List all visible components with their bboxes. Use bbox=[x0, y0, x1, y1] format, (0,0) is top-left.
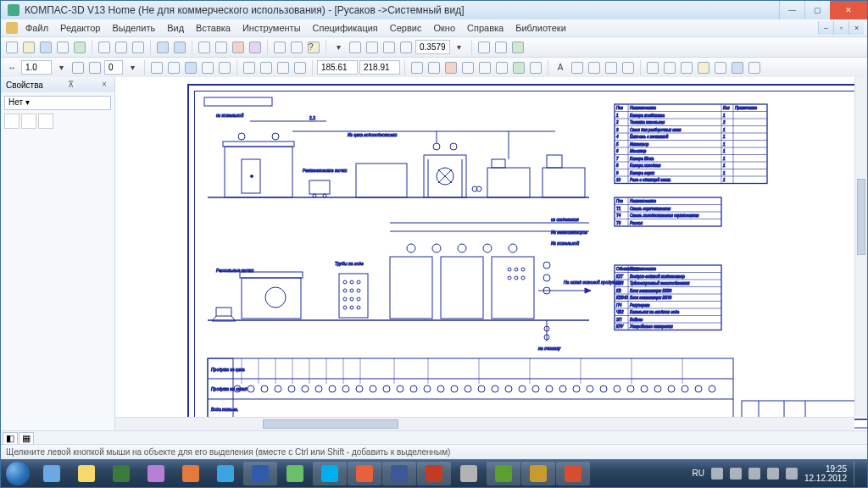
tool-button[interactable] bbox=[197, 40, 212, 55]
task-item[interactable] bbox=[556, 462, 590, 485]
cut-button[interactable] bbox=[97, 40, 112, 55]
menu-select[interactable]: Выделить bbox=[106, 21, 161, 35]
scrollbar-vertical[interactable] bbox=[854, 77, 867, 417]
new-button[interactable] bbox=[4, 40, 19, 55]
tray-icon[interactable] bbox=[767, 468, 779, 480]
text-button[interactable] bbox=[620, 60, 636, 75]
task-item[interactable] bbox=[521, 462, 555, 485]
tray-icon[interactable] bbox=[711, 468, 723, 480]
maximize-button[interactable]: ▢ bbox=[804, 1, 830, 19]
open-button[interactable] bbox=[21, 40, 36, 55]
start-button[interactable] bbox=[1, 459, 35, 487]
menu-window[interactable]: Окно bbox=[427, 21, 461, 35]
panel-tab[interactable] bbox=[4, 114, 19, 129]
text-button[interactable] bbox=[604, 60, 619, 75]
misc-button[interactable] bbox=[713, 60, 728, 75]
dim-button[interactable] bbox=[275, 60, 291, 75]
snap-button[interactable] bbox=[149, 60, 164, 75]
task-item[interactable] bbox=[209, 462, 242, 485]
draw-button[interactable] bbox=[477, 60, 492, 75]
menu-service[interactable]: Сервис bbox=[384, 21, 428, 35]
layer-button[interactable] bbox=[70, 60, 86, 75]
misc-button[interactable] bbox=[645, 60, 660, 75]
menu-insert[interactable]: Вставка bbox=[190, 21, 236, 35]
tray-icon[interactable] bbox=[748, 468, 760, 480]
doc-close-button[interactable]: × bbox=[849, 21, 864, 35]
text-button[interactable]: A bbox=[553, 60, 568, 75]
tool-button[interactable] bbox=[289, 40, 304, 55]
pan-button[interactable] bbox=[476, 40, 492, 55]
help-button[interactable]: ? bbox=[306, 40, 321, 55]
style-button[interactable]: ↔ bbox=[4, 60, 19, 75]
draw-button[interactable] bbox=[528, 60, 543, 75]
draw-button[interactable] bbox=[426, 60, 442, 75]
drawing-canvas[interactable]: из котельной 2.2 Рентгеновские точки Из … bbox=[115, 77, 867, 430]
zoom-window-button[interactable] bbox=[364, 40, 380, 55]
panel-tab[interactable] bbox=[21, 114, 36, 129]
zoom-out-button[interactable] bbox=[398, 40, 414, 55]
menu-tools[interactable]: Инструменты bbox=[236, 21, 307, 35]
panel-tab[interactable] bbox=[38, 114, 53, 129]
menu-lib[interactable]: Библиотеки bbox=[509, 21, 572, 35]
text-button[interactable] bbox=[570, 60, 585, 75]
dim-button[interactable] bbox=[259, 60, 274, 75]
tray-icon[interactable] bbox=[730, 468, 742, 480]
menu-editor[interactable]: Редактор bbox=[54, 21, 106, 35]
show-desktop-button[interactable] bbox=[854, 462, 860, 485]
doc-restore-button[interactable]: ▫ bbox=[833, 21, 849, 35]
dim-button[interactable] bbox=[242, 60, 257, 75]
menu-view[interactable]: Вид bbox=[161, 21, 190, 35]
task-item[interactable] bbox=[278, 462, 312, 485]
view-tab[interactable]: ◧ bbox=[3, 432, 18, 444]
task-item[interactable] bbox=[70, 462, 103, 485]
snap-button[interactable] bbox=[200, 60, 215, 75]
task-item[interactable] bbox=[417, 462, 451, 485]
task-item[interactable] bbox=[348, 462, 381, 485]
tool-button[interactable] bbox=[248, 40, 263, 55]
scrollbar-horizontal[interactable] bbox=[115, 417, 854, 430]
tray-clock[interactable]: 19:2512.12.2012 bbox=[804, 464, 847, 483]
tool-button[interactable] bbox=[231, 40, 246, 55]
view-tab[interactable]: ▦ bbox=[19, 432, 34, 444]
chevron-down-icon[interactable]: ▾ bbox=[452, 40, 467, 55]
task-item[interactable] bbox=[487, 462, 520, 485]
misc-button[interactable] bbox=[747, 60, 762, 75]
task-item[interactable] bbox=[104, 462, 138, 485]
snap-button[interactable] bbox=[183, 60, 198, 75]
snap-button[interactable] bbox=[217, 60, 232, 75]
zoom-in-button[interactable] bbox=[381, 40, 397, 55]
paste-button[interactable] bbox=[131, 40, 146, 55]
tool-button[interactable] bbox=[272, 40, 287, 55]
tool-button[interactable] bbox=[214, 40, 229, 55]
preview-button[interactable] bbox=[72, 40, 87, 55]
panel-close-icon[interactable]: × bbox=[99, 80, 109, 90]
task-item[interactable] bbox=[174, 462, 208, 485]
arrow-icon[interactable]: ▾ bbox=[331, 40, 346, 55]
misc-button[interactable] bbox=[662, 60, 677, 75]
layer-field[interactable]: 0 bbox=[104, 60, 123, 75]
draw-button[interactable] bbox=[409, 60, 425, 75]
chevron-down-icon[interactable]: ▾ bbox=[125, 60, 140, 75]
chevron-down-icon[interactable]: ▾ bbox=[53, 60, 69, 75]
menu-help[interactable]: Справка bbox=[461, 21, 509, 35]
task-item[interactable] bbox=[452, 462, 486, 485]
menu-file[interactable]: Файл bbox=[19, 21, 54, 35]
layer-button[interactable] bbox=[87, 60, 103, 75]
draw-button[interactable] bbox=[511, 60, 526, 75]
menu-spec[interactable]: Спецификация bbox=[307, 21, 384, 35]
tray-icon[interactable] bbox=[786, 468, 798, 480]
task-item[interactable] bbox=[139, 462, 173, 485]
redo-button[interactable] bbox=[172, 40, 187, 55]
task-item[interactable] bbox=[35, 462, 69, 485]
draw-button[interactable] bbox=[443, 60, 459, 75]
draw-button[interactable] bbox=[494, 60, 509, 75]
text-button[interactable] bbox=[587, 60, 602, 75]
rotate-button[interactable] bbox=[493, 40, 509, 55]
undo-button[interactable] bbox=[155, 40, 170, 55]
panel-pin-icon[interactable]: ⊼ bbox=[66, 80, 76, 90]
doc-minimize-button[interactable]: – bbox=[818, 21, 833, 35]
task-item[interactable] bbox=[243, 462, 277, 485]
zoom-fit-button[interactable] bbox=[348, 40, 363, 55]
print-button[interactable] bbox=[55, 40, 70, 55]
scale-field[interactable]: 1.0 bbox=[21, 60, 52, 75]
